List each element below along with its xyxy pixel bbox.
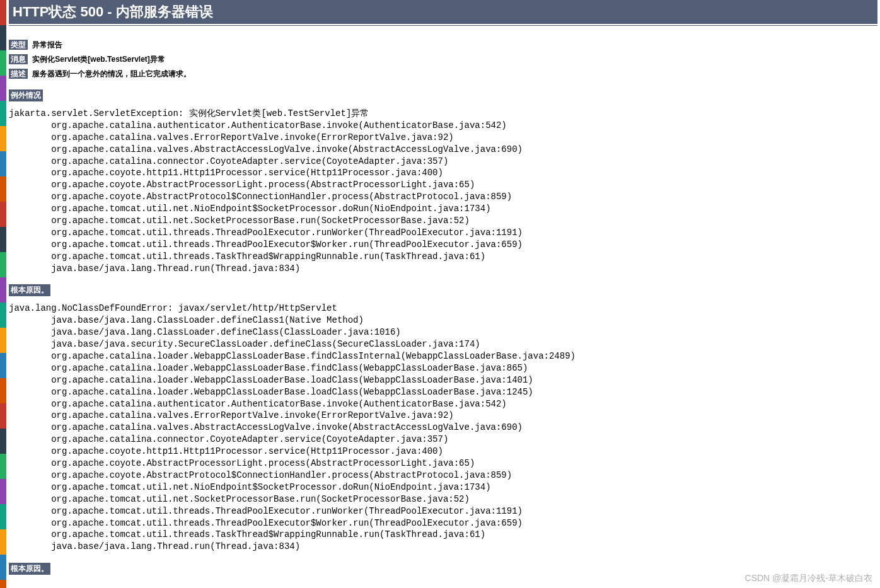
rootcause-stacktrace: java.lang.NoClassDefFoundError: javax/se… (9, 303, 877, 553)
type-value: 异常报告 (32, 40, 62, 49)
error-header: HTTP状态 500 - 内部服务器错误 (9, 0, 877, 24)
decorative-left-strip (0, 0, 6, 580)
message-value: 实例化Servlet类[web.TestServlet]异常 (32, 55, 165, 64)
error-page-content: HTTP状态 500 - 内部服务器错误 类型 异常报告 消息 实例化Servl… (6, 0, 880, 580)
description-value: 服务器遇到一个意外的情况，阻止它完成请求。 (32, 69, 191, 78)
exception-section-label: 例外情况 (9, 89, 43, 101)
header-divider (9, 25, 877, 26)
description-label: 描述 (9, 69, 28, 79)
type-row: 类型 异常报告 (9, 40, 877, 50)
exception-stacktrace: jakarta.servlet.ServletException: 实例化Ser… (9, 108, 877, 274)
description-row: 描述 服务器遇到一个意外的情况，阻止它完成请求。 (9, 69, 877, 79)
message-row: 消息 实例化Servlet类[web.TestServlet]异常 (9, 54, 877, 65)
message-label: 消息 (9, 54, 28, 64)
type-label: 类型 (9, 40, 28, 50)
rootcause2-section-label: 根本原因。 (9, 563, 50, 575)
rootcause-section-label: 根本原因。 (9, 284, 50, 296)
